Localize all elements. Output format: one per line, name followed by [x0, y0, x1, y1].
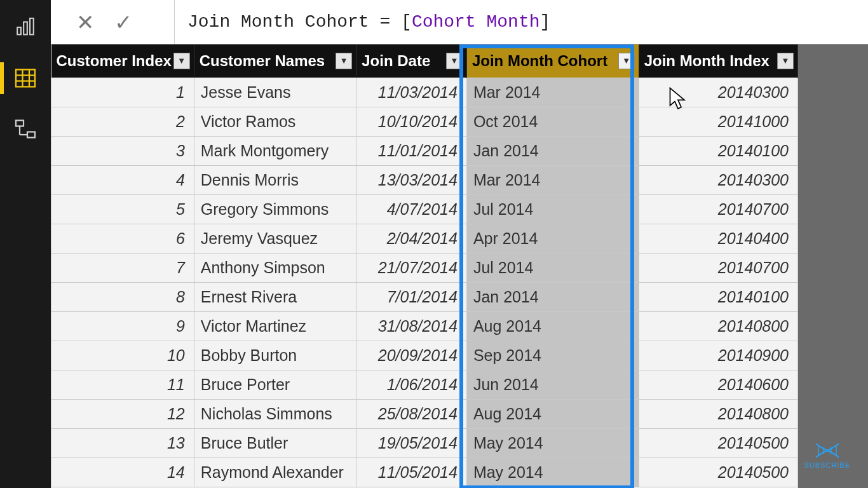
cell-customer-index[interactable]: 9 [51, 311, 194, 341]
cell-customer-name[interactable]: Raymond Alexander [194, 458, 356, 487]
cell-customer-name[interactable]: Bruce Porter [194, 370, 356, 399]
column-header-customer-index[interactable]: Customer Index▼ [51, 44, 194, 78]
cell-join-month-cohort[interactable]: May 2014 [466, 458, 639, 487]
cell-join-month-index[interactable]: 20140500 [639, 428, 797, 458]
cell-join-date[interactable]: 2/04/2014 [356, 224, 467, 253]
cell-join-month-index[interactable]: 20140300 [639, 165, 797, 194]
cell-customer-index[interactable]: 13 [51, 428, 194, 458]
cell-customer-name[interactable]: Jesse Evans [194, 78, 356, 107]
table-row[interactable]: 5Gregory Simmons4/07/2014Jul 20142014070… [51, 194, 798, 224]
cell-customer-name[interactable]: Jeremy Vasquez [194, 224, 356, 253]
table-row[interactable]: 14Raymond Alexander11/05/2014May 2014201… [51, 458, 798, 487]
cell-join-date[interactable]: 1/06/2014 [356, 370, 467, 399]
cell-join-month-index[interactable]: 20140400 [639, 224, 797, 253]
cell-customer-index[interactable]: 2 [51, 107, 194, 136]
cell-join-month-cohort[interactable]: Apr 2014 [466, 224, 639, 253]
filter-button[interactable]: ▼ [173, 53, 190, 69]
filter-button[interactable]: ▼ [446, 53, 463, 69]
cell-customer-name[interactable]: Gregory Simmons [194, 194, 356, 224]
cell-join-month-index[interactable]: 20141000 [639, 107, 797, 136]
cell-join-month-index[interactable]: 20140700 [639, 194, 797, 224]
data-view-button[interactable] [10, 62, 41, 94]
cell-join-month-index[interactable]: 20140100 [639, 282, 797, 311]
cell-customer-name[interactable]: Victor Ramos [194, 107, 356, 136]
cell-customer-index[interactable]: 1 [51, 78, 194, 107]
cell-join-date[interactable]: 10/10/2014 [356, 107, 467, 136]
cell-customer-index[interactable]: 3 [51, 136, 194, 165]
cell-join-month-index[interactable]: 20140800 [639, 399, 797, 428]
cell-join-month-index[interactable]: 20140700 [639, 253, 797, 282]
cell-customer-index[interactable]: 4 [51, 165, 194, 194]
cell-customer-name[interactable]: Anthony Simpson [194, 253, 356, 282]
filter-button[interactable]: ▼ [336, 53, 352, 69]
table-row[interactable]: 12Nicholas Simmons25/08/2014Aug 20142014… [51, 399, 798, 428]
cell-join-date[interactable]: 25/08/2014 [356, 399, 467, 428]
cell-customer-name[interactable]: Victor Martinez [194, 311, 356, 341]
cell-join-month-cohort[interactable]: Jan 2014 [466, 136, 639, 165]
cell-join-month-index[interactable]: 20140800 [639, 311, 797, 341]
column-header-customer-names[interactable]: Customer Names▼ [194, 44, 356, 78]
cell-join-date[interactable]: 31/08/2014 [356, 311, 467, 341]
cell-join-month-cohort[interactable]: Aug 2014 [466, 311, 639, 341]
cell-join-month-cohort[interactable]: Oct 2014 [466, 107, 639, 136]
cell-customer-index[interactable]: 6 [51, 224, 194, 253]
cell-join-date[interactable]: 4/07/2014 [356, 194, 467, 224]
cell-join-date[interactable]: 20/09/2014 [356, 341, 467, 370]
table-row[interactable]: 3Mark Montgomery11/01/2014Jan 2014201401… [51, 136, 798, 165]
cell-customer-index[interactable]: 8 [51, 282, 194, 311]
cell-join-month-cohort[interactable]: Jul 2014 [466, 253, 639, 282]
table-row[interactable]: 8Ernest Rivera7/01/2014Jan 201420140100 [51, 282, 798, 311]
table-row[interactable]: 11Bruce Porter1/06/2014Jun 201420140600 [51, 370, 798, 399]
cell-customer-name[interactable]: Nicholas Simmons [194, 399, 356, 428]
cancel-formula-button[interactable]: ✕ [76, 10, 94, 35]
cell-join-month-index[interactable]: 20140900 [639, 341, 797, 370]
table-row[interactable]: 2Victor Ramos10/10/2014Oct 201420141000 [51, 107, 798, 136]
cell-join-date[interactable]: 11/03/2014 [356, 78, 467, 107]
cell-join-date[interactable]: 11/01/2014 [356, 136, 467, 165]
cell-customer-index[interactable]: 12 [51, 399, 194, 428]
cell-join-date[interactable]: 13/03/2014 [356, 165, 467, 194]
cell-customer-name[interactable]: Mark Montgomery [194, 136, 356, 165]
table-row[interactable]: 6Jeremy Vasquez2/04/2014Apr 201420140400 [51, 224, 798, 253]
cell-join-month-index[interactable]: 20140100 [639, 136, 797, 165]
cell-join-month-index[interactable]: 20140600 [639, 370, 797, 399]
cell-join-month-index[interactable]: 20140300 [639, 78, 797, 107]
table-row[interactable]: 1Jesse Evans11/03/2014Mar 201420140300 [51, 78, 798, 107]
cell-join-date[interactable]: 21/07/2014 [356, 253, 467, 282]
column-header-join-month-cohort[interactable]: Join Month Cohort▼ [466, 44, 639, 78]
cell-join-date[interactable]: 11/05/2014 [356, 458, 467, 487]
table-row[interactable]: 10Bobby Burton20/09/2014Sep 201420140900 [51, 341, 798, 370]
cell-customer-name[interactable]: Bruce Butler [194, 428, 356, 458]
cell-join-month-cohort[interactable]: Sep 2014 [466, 341, 639, 370]
cell-customer-index[interactable]: 11 [51, 370, 194, 399]
table-row[interactable]: 13Bruce Butler19/05/2014May 201420140500 [51, 428, 798, 458]
formula-input[interactable]: Join Month Cohort = [Cohort Month] [175, 12, 868, 32]
cell-join-month-cohort[interactable]: Jul 2014 [466, 194, 639, 224]
cell-join-month-cohort[interactable]: Mar 2014 [466, 165, 639, 194]
cell-customer-name[interactable]: Dennis Morris [194, 165, 356, 194]
cell-join-month-cohort[interactable]: Jun 2014 [466, 370, 639, 399]
cell-customer-name[interactable]: Ernest Rivera [194, 282, 356, 311]
commit-formula-button[interactable]: ✓ [114, 10, 132, 35]
cell-join-month-cohort[interactable]: Mar 2014 [466, 78, 639, 107]
cell-customer-name[interactable]: Bobby Burton [194, 341, 356, 370]
cell-customer-index[interactable]: 7 [51, 253, 194, 282]
cell-join-month-cohort[interactable]: May 2014 [466, 428, 639, 458]
cell-join-month-cohort[interactable]: Jan 2014 [466, 282, 639, 311]
model-view-button[interactable] [10, 113, 41, 145]
report-view-button[interactable] [10, 11, 41, 43]
cell-customer-index[interactable]: 10 [51, 341, 194, 370]
cell-join-month-index[interactable]: 20140500 [639, 458, 797, 487]
filter-button[interactable]: ▼ [618, 53, 635, 69]
cell-join-date[interactable]: 19/05/2014 [356, 428, 467, 458]
cell-customer-index[interactable]: 14 [51, 458, 194, 487]
column-header-join-date[interactable]: Join Date▼ [356, 44, 467, 78]
cell-customer-index[interactable]: 5 [51, 194, 194, 224]
cell-join-month-cohort[interactable]: Aug 2014 [466, 399, 639, 428]
table-row[interactable]: 4Dennis Morris13/03/2014Mar 201420140300 [51, 165, 798, 194]
cell-join-date[interactable]: 7/01/2014 [356, 282, 467, 311]
filter-button[interactable]: ▼ [777, 53, 794, 69]
table-row[interactable]: 9Victor Martinez31/08/2014Aug 2014201408… [51, 311, 798, 341]
table-row[interactable]: 7Anthony Simpson21/07/2014Jul 2014201407… [51, 253, 798, 282]
column-header-join-month-index[interactable]: Join Month Index▼ [639, 44, 797, 78]
